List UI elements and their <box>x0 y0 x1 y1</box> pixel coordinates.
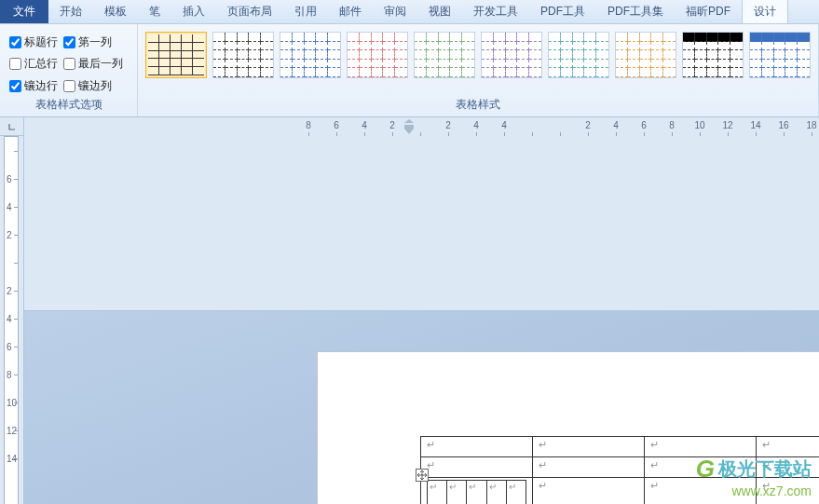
style-black-header[interactable] <box>682 32 744 78</box>
style-plain-grid[interactable] <box>145 32 207 78</box>
options-group-label: 表格样式选项 <box>6 95 131 115</box>
style-dashed-black[interactable] <box>212 32 274 78</box>
watermark-url: www.xz7.com <box>696 484 812 498</box>
menu-layout[interactable]: 页面布局 <box>216 0 283 23</box>
chk-last-col[interactable]: 最后一列 <box>63 55 123 73</box>
inner-table[interactable]: ↵↵↵↵↵↵↵↵↵↵↵↵↵↵↵↵↵↵↵↵↵↵↵↵↵↵↵↵↵↵ <box>427 480 526 504</box>
menu-file[interactable]: 文件 <box>0 0 48 23</box>
menu-design[interactable]: 设计 <box>742 0 788 23</box>
inner-table-wrap: ↵↵↵↵↵↵↵↵↵↵↵↵↵↵↵↵↵↵↵↵↵↵↵↵↵↵↵↵↵↵ <box>427 480 526 504</box>
menu-review[interactable]: 审阅 <box>373 0 417 23</box>
menu-pen[interactable]: 笔 <box>138 0 171 23</box>
style-dashed-orange[interactable] <box>615 32 676 78</box>
style-dashed-blue[interactable] <box>280 32 341 78</box>
indent-marker-left[interactable] <box>404 119 414 134</box>
table-style-gallery <box>143 28 812 95</box>
chk-first-col[interactable]: 第一列 <box>63 34 123 51</box>
menu-mail[interactable]: 邮件 <box>328 0 373 23</box>
style-dashed-green[interactable] <box>414 32 475 78</box>
ribbon-group-styles: 表格样式 <box>138 24 819 116</box>
workspace: 6422468101214 86422442468101214161820222… <box>0 117 819 504</box>
menu-view[interactable]: 视图 <box>417 0 462 23</box>
horizontal-ruler[interactable]: 864224424681012141618202224262830 <box>24 117 819 311</box>
style-dashed-teal[interactable] <box>548 32 609 78</box>
menu-bar: 文件 开始 模板 笔 插入 页面布局 引用 邮件 审阅 视图 开发工具 PDF工… <box>0 0 819 24</box>
menu-start[interactable]: 开始 <box>48 0 93 23</box>
tab-selector-icon[interactable] <box>0 117 24 136</box>
menu-template[interactable]: 模板 <box>93 0 138 23</box>
style-dashed-purple[interactable] <box>481 32 542 78</box>
ribbon: 标题行 第一列 汇总行 最后一列 镶边行 镶边列 表格样式选项 表格样式 <box>0 24 819 117</box>
style-blue-header[interactable] <box>749 32 811 78</box>
menu-pdf-tool[interactable]: PDF工具 <box>529 0 596 23</box>
chk-banded-col[interactable]: 镶边列 <box>63 77 123 95</box>
ribbon-group-options: 标题行 第一列 汇总行 最后一列 镶边行 镶边列 表格样式选项 <box>0 24 138 116</box>
menu-dev[interactable]: 开发工具 <box>462 0 529 23</box>
menu-foxit[interactable]: 福昕PDF <box>675 0 742 23</box>
chk-total-row[interactable]: 汇总行 <box>9 55 58 73</box>
menu-reference[interactable]: 引用 <box>283 0 328 23</box>
style-dashed-red[interactable] <box>347 32 408 78</box>
vertical-ruler[interactable]: 6422468101214 <box>0 136 24 504</box>
styles-group-label: 表格样式 <box>143 95 812 115</box>
watermark-logo-icon: G <box>696 455 715 484</box>
chk-banded-row[interactable]: 镶边行 <box>9 77 58 95</box>
chk-header-row[interactable]: 标题行 <box>9 34 58 51</box>
menu-insert[interactable]: 插入 <box>171 0 216 23</box>
menu-pdf-toolset[interactable]: PDF工具集 <box>596 0 675 23</box>
watermark: G极光下载站 www.xz7.com <box>696 455 812 498</box>
